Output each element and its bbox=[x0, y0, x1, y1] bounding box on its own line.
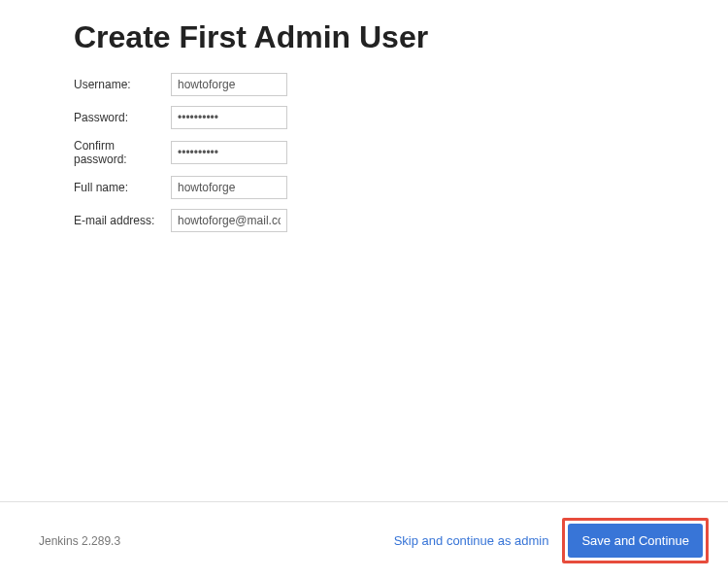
username-input[interactable] bbox=[171, 73, 287, 96]
email-input[interactable] bbox=[171, 209, 287, 232]
footer: Jenkins 2.289.3 Skip and continue as adm… bbox=[0, 501, 728, 579]
full-name-label: Full name: bbox=[74, 181, 171, 194]
full-name-input[interactable] bbox=[171, 176, 287, 199]
password-label: Password: bbox=[74, 111, 171, 124]
email-label: E-mail address: bbox=[74, 214, 171, 227]
page-title: Create First Admin User bbox=[74, 19, 654, 55]
skip-link[interactable]: Skip and continue as admin bbox=[394, 533, 549, 548]
save-button[interactable]: Save and Continue bbox=[568, 524, 703, 558]
main-content: Create First Admin User Username: Passwo… bbox=[0, 0, 728, 501]
form-row-password: Password: bbox=[74, 106, 654, 129]
confirm-password-label: Confirm password: bbox=[74, 139, 171, 166]
save-button-highlight: Save and Continue bbox=[562, 518, 709, 563]
form-row-full-name: Full name: bbox=[74, 176, 654, 199]
version-text: Jenkins 2.289.3 bbox=[39, 534, 120, 548]
form-row-confirm-password: Confirm password: bbox=[74, 139, 654, 166]
confirm-password-input[interactable] bbox=[171, 141, 287, 164]
password-input[interactable] bbox=[171, 106, 287, 129]
form-row-email: E-mail address: bbox=[74, 209, 654, 232]
form-row-username: Username: bbox=[74, 73, 654, 96]
username-label: Username: bbox=[74, 78, 171, 91]
footer-actions: Skip and continue as admin Save and Cont… bbox=[394, 518, 709, 563]
